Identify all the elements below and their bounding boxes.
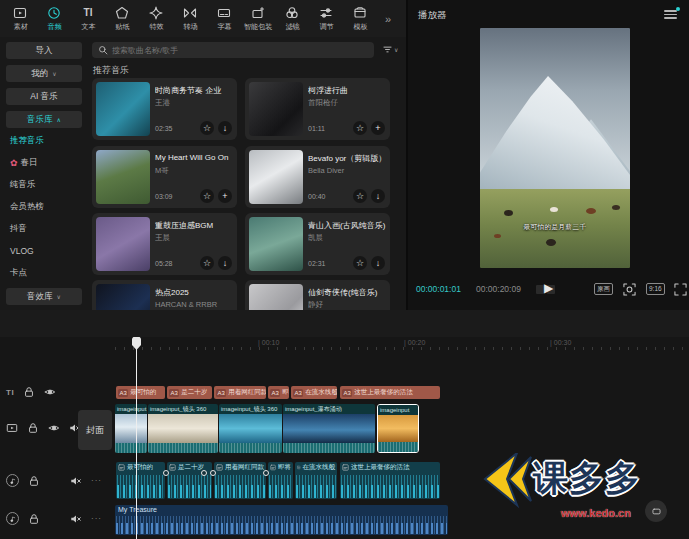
play-button[interactable]: ▶ xyxy=(544,281,553,295)
download-add-button[interactable]: + xyxy=(218,189,232,203)
tab-adjust[interactable]: 调节 xyxy=(309,6,343,32)
tab-media[interactable]: 素材 xyxy=(3,6,37,32)
ai-music-button[interactable]: AI 音乐 xyxy=(6,88,82,105)
ruler-time-label: 00:20 xyxy=(404,339,425,346)
sfx-library-button[interactable]: 音效库∨ xyxy=(6,288,82,305)
cover-button[interactable]: 封面 xyxy=(78,410,112,450)
category-pure-music[interactable]: 纯音乐 xyxy=(10,178,36,192)
eye-icon[interactable] xyxy=(44,386,56,398)
lock-icon[interactable] xyxy=(27,422,39,434)
tts-icon xyxy=(342,464,349,471)
tab-filters[interactable]: 滤镜 xyxy=(275,6,309,32)
more-options-icon[interactable]: ··· xyxy=(91,514,102,523)
tts-icon xyxy=(216,464,223,471)
favorite-star-button[interactable]: ☆ xyxy=(200,256,214,270)
category-member-hot[interactable]: 会员热榜 xyxy=(10,200,44,214)
clip-filename: imageinput_镜头 360 xyxy=(148,404,218,414)
quality-button[interactable]: 原画 xyxy=(594,283,613,295)
music-card[interactable]: 青山入画(古风纯音乐) 凯晨 02:31 ☆ ↓ xyxy=(245,213,390,275)
favorite-star-button[interactable]: ☆ xyxy=(200,121,214,135)
fullscreen-button[interactable] xyxy=(674,283,687,296)
menu-icon xyxy=(664,17,677,19)
video-clip[interactable]: imageinput xyxy=(115,404,147,453)
favorite-star-button[interactable]: ☆ xyxy=(353,256,367,270)
tab-sticker[interactable]: 贴纸 xyxy=(105,6,139,32)
mine-button[interactable]: 我的∨ xyxy=(6,65,82,82)
toolbar-more-chevron[interactable]: » xyxy=(385,13,391,25)
text-segment[interactable]: A3 在流水线般 xyxy=(291,386,337,399)
tab-templates[interactable]: 模板 xyxy=(343,6,377,32)
download-add-button[interactable]: ↓ xyxy=(371,189,385,203)
category-beat-sync[interactable]: 卡点 xyxy=(10,266,27,280)
music-card[interactable]: 时尚商务节奏 企业 王港 02:35 ☆ ↓ xyxy=(92,78,237,140)
clip-audio-strip xyxy=(219,443,282,453)
lock-icon[interactable] xyxy=(28,475,40,487)
music-card[interactable]: Bevafo yor（剪辑版） Bella Diver 00:40 ☆ ↓ xyxy=(245,146,390,208)
download-add-button[interactable]: + xyxy=(371,121,385,135)
focus-preview-button[interactable] xyxy=(623,283,636,296)
audio-segment[interactable]: 是二十岁 xyxy=(167,462,212,499)
video-clip[interactable]: imageinput_镜头 360 xyxy=(148,404,218,453)
tab-effects[interactable]: 特效 xyxy=(139,6,173,32)
download-add-button[interactable]: ↓ xyxy=(218,256,232,270)
video-clip[interactable]: imageinput_瀑布涌动 xyxy=(283,404,375,453)
video-clip[interactable]: imageinput xyxy=(377,404,419,453)
audio-segment[interactable]: 即将 xyxy=(268,462,293,499)
text-segment[interactable]: A3 用着网红同款 xyxy=(214,386,266,399)
audio-segment[interactable]: 最可怕的 xyxy=(116,462,165,499)
audio-segment[interactable]: 用着网红同款 xyxy=(214,462,266,499)
beat-marker[interactable] xyxy=(263,470,269,476)
beat-marker[interactable] xyxy=(163,470,169,476)
tab-captions[interactable]: 字幕 xyxy=(207,6,241,32)
music-duration: 05:28 xyxy=(155,260,173,267)
music-card[interactable]: My Heart Will Go On M哥 03:09 ☆ + xyxy=(92,146,237,208)
category-spring[interactable]: ✿春日 xyxy=(10,156,38,170)
category-recommended-music[interactable]: 推荐音乐 xyxy=(10,134,44,148)
text-segment[interactable]: A3 这世上最奢侈的活法 xyxy=(340,386,440,399)
favorite-star-button[interactable]: ☆ xyxy=(353,189,367,203)
lock-icon[interactable] xyxy=(23,386,35,398)
eye-icon[interactable] xyxy=(48,422,60,434)
tab-transitions[interactable]: 转场 xyxy=(173,6,207,32)
tab-audio[interactable]: 音频 xyxy=(37,6,71,32)
category-douyin[interactable]: 抖音 xyxy=(10,222,27,236)
timeline-fit-button[interactable] xyxy=(645,500,667,522)
more-options-icon[interactable]: ··· xyxy=(91,476,102,485)
tab-smart-packaging[interactable]: 智能包装 xyxy=(241,6,275,32)
favorite-star-button[interactable]: ☆ xyxy=(200,189,214,203)
category-vlog[interactable]: VLOG xyxy=(10,244,34,258)
text-segment[interactable]: A3 是二十岁 xyxy=(167,386,212,399)
timeline-ruler[interactable] xyxy=(115,347,689,350)
text-segment[interactable]: A3 即将 xyxy=(268,386,289,399)
text-icon: TI xyxy=(84,6,93,20)
video-clip[interactable]: imageinput_镜头 360 xyxy=(219,404,282,453)
player-menu-button[interactable] xyxy=(664,10,677,21)
sticker-icon xyxy=(115,6,129,20)
tab-label: 特效 xyxy=(149,22,163,32)
beat-marker[interactable] xyxy=(210,470,216,476)
video-preview[interactable]: 最可怕的是月薪三千 xyxy=(480,28,630,268)
beat-marker[interactable] xyxy=(201,470,207,476)
music-audio-track[interactable]: My Treasure xyxy=(115,505,448,535)
cow xyxy=(494,234,501,238)
menu-icon xyxy=(664,10,677,12)
aspect-ratio-button[interactable]: 9:16 xyxy=(646,283,665,295)
music-card-actions: ☆ ↓ xyxy=(200,121,232,135)
lock-icon[interactable] xyxy=(28,513,40,525)
audio-segment[interactable]: 这世上最奢侈的活法 xyxy=(340,462,440,499)
music-card[interactable]: 柯浮进行曲 首阳枪仔 01:11 ☆ + xyxy=(245,78,390,140)
download-add-button[interactable]: ↓ xyxy=(218,121,232,135)
import-button[interactable]: 导入 xyxy=(6,42,82,59)
music-library-button[interactable]: 音乐库∧ xyxy=(6,111,82,128)
text-segment[interactable]: A3 最可怕的 xyxy=(116,386,165,399)
tab-text[interactable]: TI 文本 xyxy=(71,6,105,32)
music-card[interactable]: 热点2025 HARCAN & RRBR xyxy=(92,280,237,310)
music-card[interactable]: 重鼓压迫感BGM 王晨 05:28 ☆ ↓ xyxy=(92,213,237,275)
audio-waveform xyxy=(117,474,164,498)
music-card[interactable]: 仙剑奇侠传(纯音乐) 静好 xyxy=(245,280,390,310)
download-add-button[interactable]: ↓ xyxy=(371,256,385,270)
mute-speaker-icon[interactable] xyxy=(70,475,82,487)
audio-segment[interactable]: 在流水线般 xyxy=(295,462,337,499)
favorite-star-button[interactable]: ☆ xyxy=(353,121,367,135)
mute-speaker-icon[interactable] xyxy=(70,513,82,525)
